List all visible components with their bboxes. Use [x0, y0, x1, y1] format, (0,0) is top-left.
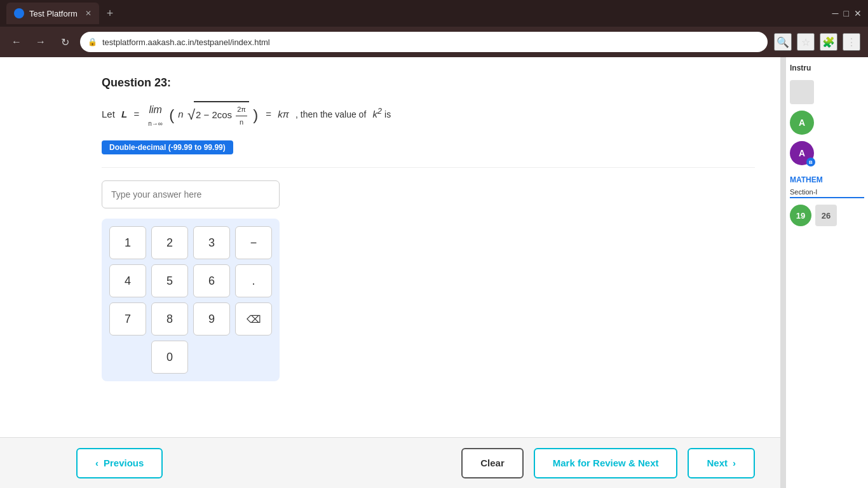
denominator: n: [238, 116, 245, 128]
avatar-green: A: [790, 111, 814, 135]
url-text: testplatform.aakash.ac.in/testpanel/inde…: [102, 37, 270, 47]
sqrt-content: 2 − 2cos 2π n: [194, 101, 249, 129]
key-5[interactable]: 5: [151, 264, 188, 297]
new-tab-icon[interactable]: +: [107, 7, 114, 20]
prev-chevron-icon: ‹: [95, 458, 98, 468]
back-button[interactable]: ←: [8, 33, 25, 51]
key-backspace[interactable]: ⌫: [235, 302, 272, 336]
previous-button[interactable]: ‹ Previous: [76, 448, 163, 478]
section-label: Section-I: [790, 188, 864, 198]
previous-label: Previous: [104, 458, 144, 468]
key-6[interactable]: 6: [193, 264, 230, 297]
clear-label: Clear: [480, 458, 505, 468]
instr-label: Instru: [790, 64, 864, 72]
avatar-badge: B: [806, 158, 815, 166]
answer-input[interactable]: [102, 180, 280, 208]
browser-titlebar: Test Platform ✕ + ─ □ ✕: [0, 0, 868, 27]
forward-button[interactable]: →: [32, 33, 50, 51]
key-7[interactable]: 7: [109, 302, 146, 336]
extensions-icon[interactable]: 🧩: [820, 33, 837, 51]
footer-bar: ‹ Previous Clear Mark for Review & Next …: [0, 437, 780, 488]
equals-sign: =: [133, 109, 139, 119]
answer-type-badge: Double-decimal (-99.99 to 99.99): [102, 140, 233, 154]
key-minus[interactable]: −: [235, 226, 272, 259]
is-text: is: [384, 109, 391, 119]
key-8[interactable]: 8: [151, 302, 188, 336]
tab-close-icon[interactable]: ✕: [85, 9, 92, 18]
next-chevron-icon: ›: [733, 458, 736, 468]
divider: [102, 167, 755, 168]
fraction: 2π n: [236, 104, 247, 128]
next-button[interactable]: Next ›: [688, 448, 755, 478]
limit-notation: lim n→∞: [148, 101, 163, 129]
refresh-button[interactable]: ↻: [56, 33, 74, 51]
right-paren: ): [253, 106, 258, 123]
sidebar-item-gray[interactable]: [790, 80, 814, 104]
secure-icon: 🔒: [88, 37, 97, 46]
search-icon[interactable]: 🔍: [774, 33, 792, 51]
numerator: 2π: [236, 104, 247, 116]
subject-label: MATHEM: [790, 175, 864, 184]
comma-then: , then the value of: [295, 109, 366, 119]
minimize-button[interactable]: ─: [832, 8, 839, 18]
L-variable: L: [121, 109, 127, 119]
browser-chrome: Test Platform ✕ + ─ □ ✕ ← → ↻ 🔒 testplat…: [0, 0, 868, 57]
equals-2: =: [266, 109, 271, 119]
keypad: 1 2 3 − 4 5 6 . 7 8 9 ⌫ 0: [102, 219, 280, 381]
key-dot[interactable]: .: [235, 264, 272, 297]
browser-actions: 🔍 ☆ 🧩 ⋮: [774, 33, 860, 51]
question-numbers: 19 26: [790, 205, 864, 226]
q-num-26[interactable]: 26: [815, 205, 837, 226]
browser-tab[interactable]: Test Platform ✕: [6, 3, 99, 24]
tab-title: Test Platform: [29, 9, 78, 18]
sqrt-expression: √ 2 − 2cos 2π n: [187, 101, 249, 129]
footer-right-group: Clear Mark for Review & Next Next ›: [461, 448, 755, 478]
mark-review-label: Mark for Review & Next: [553, 458, 659, 468]
tab-favicon-icon: [14, 8, 24, 18]
question-formula: Let L = lim n→∞ ( n √ 2 − 2cos 2π: [102, 101, 755, 129]
n-variable: n: [178, 109, 183, 119]
key-2[interactable]: 2: [151, 226, 188, 259]
key-3[interactable]: 3: [193, 226, 230, 259]
let-text: Let: [102, 109, 115, 119]
maximize-button[interactable]: □: [844, 8, 849, 18]
k-squared: k2: [372, 109, 381, 119]
browser-controls: ← → ↻ 🔒 testplatform.aakash.ac.in/testpa…: [0, 27, 868, 57]
key-0[interactable]: 0: [151, 341, 188, 374]
clear-button[interactable]: Clear: [461, 448, 524, 478]
content-area: Question 23: Let L = lim n→∞ ( n √ 2 −: [0, 57, 780, 488]
avatar-purple: A B: [790, 141, 814, 165]
next-label: Next: [707, 458, 728, 468]
scrollbar[interactable]: [780, 57, 785, 488]
question-title: Question 23:: [102, 76, 755, 90]
left-paren: (: [169, 106, 174, 123]
menu-icon[interactable]: ⋮: [843, 33, 860, 51]
main-layout: Question 23: Let L = lim n→∞ ( n √ 2 −: [0, 57, 868, 488]
mark-review-button[interactable]: Mark for Review & Next: [534, 448, 678, 478]
address-bar[interactable]: 🔒 testplatform.aakash.ac.in/testpanel/in…: [80, 32, 768, 52]
q-num-19[interactable]: 19: [790, 205, 811, 226]
key-1[interactable]: 1: [109, 226, 146, 259]
instruction-panel: Instru A A B MATHEM Section-I 19 26: [785, 57, 868, 488]
close-button[interactable]: ✕: [854, 8, 862, 18]
key-4[interactable]: 4: [109, 264, 146, 297]
key-9[interactable]: 9: [193, 302, 230, 336]
question-body: Question 23: Let L = lim n→∞ ( n √ 2 −: [0, 57, 780, 437]
k-pi: kπ: [278, 109, 289, 119]
bookmark-icon[interactable]: ☆: [797, 33, 815, 51]
window-controls: ─ □ ✕: [832, 8, 862, 18]
